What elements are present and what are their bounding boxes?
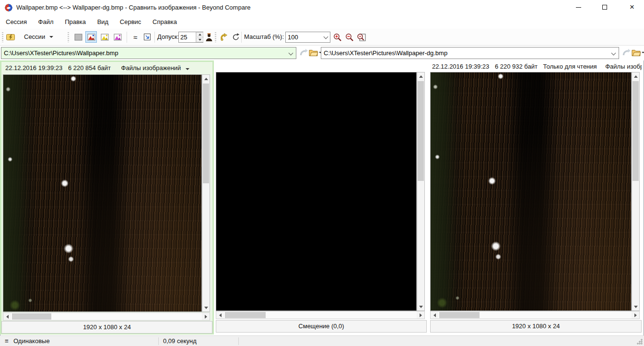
menu-tools[interactable]: Сервис [115,15,146,29]
swap-icon [220,33,229,42]
maximize-button[interactable] [594,0,616,15]
left-file-timestamp: 22.12.2016 19:39:23 [5,62,62,74]
menu-session[interactable]: Сессия [1,15,32,29]
left-vertical-scrollbar[interactable] [202,74,210,312]
zoom-region-button[interactable] [355,31,367,43]
left-format-dropdown-icon[interactable] [186,68,189,70]
view-major-diff-button[interactable] [112,31,123,43]
difference-pane: Смещение (0,0) [216,60,427,334]
minimize-button[interactable] [567,0,589,15]
right-vertical-scrollbar[interactable] [632,72,640,311]
scroll-thumb[interactable] [632,81,639,181]
scroll-up-button[interactable] [202,75,210,83]
spin-down-button[interactable] [196,37,203,42]
scroll-thumb[interactable] [203,84,209,183]
right-browse-dropdown-icon[interactable] [642,52,644,53]
right-browse-folder-icon[interactable] [632,48,641,58]
replace-colors-button[interactable] [203,31,215,43]
left-file-size: 6 220 854 байт [68,62,111,74]
scroll-right-button[interactable] [202,313,210,320]
right-format-dropdown[interactable]: Файлы изображений [605,60,642,72]
right-path-dropdown-icon[interactable] [611,51,616,56]
zoom-dropdown-icon[interactable] [324,35,328,39]
zoom-region-icon [356,33,366,42]
menu-edit[interactable]: Правка [60,15,91,29]
scroll-right-button[interactable] [632,311,639,319]
menu-file[interactable]: Файл [34,15,59,29]
menu-view[interactable]: Вид [93,15,114,29]
swap-sides-button[interactable] [218,31,230,43]
comparison-result: Одинаковые [13,336,50,346]
zoom-label: Масштаб (%): [244,29,284,45]
toolbar: Сессии [0,29,644,46]
scroll-down-button[interactable] [632,303,639,310]
zoom-out-button[interactable] [344,31,355,43]
scroll-up-button[interactable] [632,72,639,80]
beyond-compare-window: Wallpaper.bmp <--> Wallpaper-dg.bmp - Ср… [0,0,644,346]
path-row [0,46,644,60]
center-vertical-scrollbar[interactable] [417,72,425,311]
refresh-button[interactable] [230,31,242,43]
left-path-input[interactable] [1,48,286,59]
window-title: Wallpaper.bmp <--> Wallpaper-dg.bmp - Ср… [16,0,250,15]
right-image-view[interactable] [430,72,632,311]
zoom-in-button[interactable] [332,31,343,43]
left-horizontal-scrollbar[interactable] [3,312,210,321]
menu-help[interactable]: Справка [148,15,182,29]
close-button[interactable]: × [620,0,644,15]
scroll-down-button[interactable] [202,304,210,311]
left-reload-disabled-icon [299,48,308,58]
zoom-combobox [285,32,330,43]
right-path-input[interactable] [321,48,609,59]
tolerance-label: Допуск: [157,29,179,45]
toolbar-separator [241,32,242,43]
right-reload-disabled-icon [621,48,631,58]
left-format-dropdown[interactable]: Файлы изображений [121,62,181,74]
tolerance-mode-button[interactable]: ≈ [129,31,141,43]
view-all-button[interactable] [72,31,84,43]
status-bar: = Одинаковые 0,09 секунд [0,335,644,346]
spin-up-button[interactable] [196,32,203,37]
scroll-thumb[interactable] [12,313,51,320]
right-horizontal-scrollbar[interactable] [430,311,640,319]
statusbar-divider [158,337,159,345]
left-path-dropdown-icon[interactable] [289,51,293,56]
sessions-dropdown-icon[interactable] [49,36,53,38]
tolerance-input[interactable] [179,32,196,42]
zoom-out-icon [345,33,354,42]
scroll-left-button[interactable] [431,311,438,319]
center-horizontal-scrollbar[interactable] [216,311,425,319]
view-minor-diff-button[interactable] [99,31,110,43]
major-diff-icon [114,34,122,41]
sessions-label[interactable]: Сессии [24,29,45,45]
left-path-combobox [1,47,296,59]
left-browse-folder-icon[interactable] [309,48,318,58]
approx-icon: ≈ [133,33,137,41]
scroll-thumb[interactable] [225,312,266,318]
resize-grip[interactable] [637,339,643,345]
scroll-right-button[interactable] [417,311,424,319]
view-mismatches-button[interactable] [85,31,97,43]
scroll-up-button[interactable] [417,72,424,80]
toolbar-grip [215,32,216,42]
fit-image-button[interactable] [141,31,153,43]
scroll-thumb[interactable] [418,81,424,181]
maximize-icon [602,5,607,10]
scroll-left-button[interactable] [216,311,224,319]
left-image-view[interactable] [3,74,202,312]
person-icon [205,33,213,42]
zoom-input[interactable] [286,32,320,42]
title-bar: Wallpaper.bmp <--> Wallpaper-dg.bmp - Ср… [0,0,644,15]
right-file-size: 6 220 932 байт [495,60,538,72]
menu-bar: Сессия Файл Правка Вид Сервис Справка [0,15,644,29]
scroll-down-button[interactable] [417,303,424,310]
app-logo-icon [5,4,12,12]
scroll-thumb[interactable] [439,312,480,318]
right-file-timestamp: 22.12.2016 19:39:23 [432,60,489,72]
scroll-left-button[interactable] [3,313,11,320]
difference-image-view[interactable] [216,72,417,311]
spinner-buttons [196,32,203,42]
right-image-dimensions: 1920 x 1080 x 24 [512,322,560,330]
sessions-button[interactable] [5,31,16,43]
resize-corner-icon [143,33,152,41]
